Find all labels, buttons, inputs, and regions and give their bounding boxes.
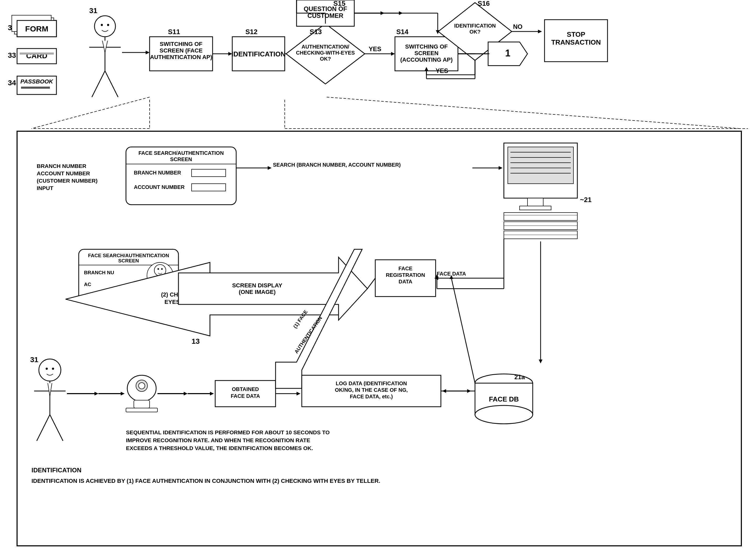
stop-text-2: TRANSACTION xyxy=(551,38,601,46)
screen-display-text-1: SCREEN DISPLAY xyxy=(232,282,282,289)
face-screen-title-1: FACE SEARCH/AUTHENTICATION xyxy=(138,150,224,156)
s13-text-3: OK? xyxy=(320,56,331,62)
svg-rect-43 xyxy=(528,198,543,206)
face-reg-data-2: REGISTRATION xyxy=(386,272,425,278)
s11-text-1: SWITCHING OF xyxy=(160,41,203,47)
face-screen2-title-1: FACE SEARCH/AUTHENTICATION xyxy=(88,253,169,258)
s16-text-1: IDENTIFICATION xyxy=(454,23,496,28)
face-reg-data-3: DATA xyxy=(399,279,413,284)
s11-text-2: SCREEN (FACE xyxy=(160,47,203,54)
svg-rect-66 xyxy=(126,408,157,412)
log-data-2: OK/NG, IN THE CASE OF NG, xyxy=(335,387,408,393)
terminal-1-text: 1 xyxy=(505,48,511,59)
s14-text-2: SCREEN xyxy=(414,50,438,56)
svg-point-6 xyxy=(101,24,103,26)
face-screen-title-2: SCREEN xyxy=(170,156,192,162)
ref-33: 33 xyxy=(8,51,16,59)
branch-nu-label: BRANCH NU xyxy=(84,270,114,275)
branch-num-input-label: BRANCH NUMBER xyxy=(37,163,86,169)
ref-34: 34 xyxy=(8,79,16,87)
face-screen2-title-2: SCREEN xyxy=(118,258,139,263)
s11-text-3: AUTHENTICATION AP) xyxy=(150,54,212,60)
svg-rect-65 xyxy=(134,400,150,408)
customer-num-label: (CUSTOMER NUMBER) xyxy=(37,178,98,184)
person-head-top xyxy=(95,16,116,37)
s15-label: S15 xyxy=(333,0,345,7)
s16-text-2: OK? xyxy=(470,29,480,35)
svg-rect-5 xyxy=(21,86,50,89)
s13-label: S13 xyxy=(310,28,322,36)
log-data-3: FACE DATA, etc.) xyxy=(350,394,393,399)
account-num-field-label: ACCOUNT NUMBER xyxy=(134,184,185,190)
svg-marker-9 xyxy=(146,51,150,54)
s12-text: IDENTIFICATION xyxy=(232,50,285,58)
ref-21: ~21 xyxy=(580,196,592,204)
person-ref-top: 31 xyxy=(89,6,97,15)
face-db-label: FACE DB xyxy=(489,395,519,403)
obtained-face-2: FACE DATA xyxy=(231,393,260,399)
obtained-face-1: OBTAINED xyxy=(232,386,259,392)
face-registration-data-box xyxy=(375,260,436,297)
svg-marker-25 xyxy=(538,29,542,33)
sequential-text-3: EXCEEDS A THRESHOLD VALUE, THE IDENTIFIC… xyxy=(126,445,313,451)
s11-label: S11 xyxy=(168,28,180,36)
svg-point-58 xyxy=(52,368,54,370)
svg-rect-45 xyxy=(504,213,577,220)
identification-desc: IDENTIFICATION IS ACHIEVED BY (1) FACE A… xyxy=(32,478,380,484)
ref-21a: 21a xyxy=(514,374,525,380)
s13-text-1: AUTHENTICATION/ xyxy=(301,44,349,49)
ref-13: 13 xyxy=(192,337,200,345)
svg-point-64 xyxy=(139,383,145,389)
s13-yes-label: YES xyxy=(369,45,381,53)
svg-line-98 xyxy=(32,97,150,128)
account-num-input-label: ACCOUNT NUMBER xyxy=(37,170,90,176)
svg-line-99 xyxy=(327,97,740,128)
sequential-text-1: SEQUENTIAL IDENTIFICATION IS PERFORMED F… xyxy=(126,429,330,435)
ac-label: AC xyxy=(84,282,91,287)
screen-display-text-2: (ONE IMAGE) xyxy=(239,289,276,295)
s14-text-3: (ACCOUNTING AP) xyxy=(400,56,453,63)
person-ref-bottom: 31 xyxy=(30,356,38,364)
input-label: INPUT xyxy=(37,185,53,191)
s16-yes-label: YES xyxy=(436,67,448,74)
s14-text-1: SWITCHING OF xyxy=(405,43,448,50)
s13-text-2: CHECKING-WITH-EYES xyxy=(296,50,355,56)
branch-num-input[interactable] xyxy=(192,169,226,177)
svg-rect-44 xyxy=(520,206,551,210)
s16-label: S16 xyxy=(478,0,490,7)
svg-marker-19 xyxy=(391,52,395,56)
search-label: SEARCH (BRANCH NUMBER, ACCOUNT NUMBER) xyxy=(273,162,401,168)
passbook-label: PASSBOOK xyxy=(20,78,54,85)
log-data-1: LOG DATA (IDENTIFICATION xyxy=(336,380,407,386)
s12-label: S12 xyxy=(245,28,257,36)
customer-head xyxy=(39,359,61,381)
svg-point-57 xyxy=(46,368,48,370)
s14-label: S14 xyxy=(396,28,409,36)
svg-rect-4 xyxy=(20,53,54,55)
face-reg-data-1: FACE xyxy=(398,265,412,271)
svg-point-53 xyxy=(157,268,159,270)
svg-text:FORM: FORM xyxy=(25,24,48,33)
svg-point-54 xyxy=(161,268,163,270)
s16-no-label: NO xyxy=(513,23,522,30)
svg-point-7 xyxy=(107,24,109,26)
face-db-bottom xyxy=(475,405,533,424)
branch-num-field-label: BRANCH NUMBER xyxy=(134,170,181,176)
stop-text-1: STOP xyxy=(567,31,585,38)
identification-label: IDENTIFICATION xyxy=(32,466,81,474)
account-num-input[interactable] xyxy=(192,184,226,191)
sequential-text-2: IMPROVE RECOGNITION RATE. AND WHEN THE R… xyxy=(126,437,310,443)
